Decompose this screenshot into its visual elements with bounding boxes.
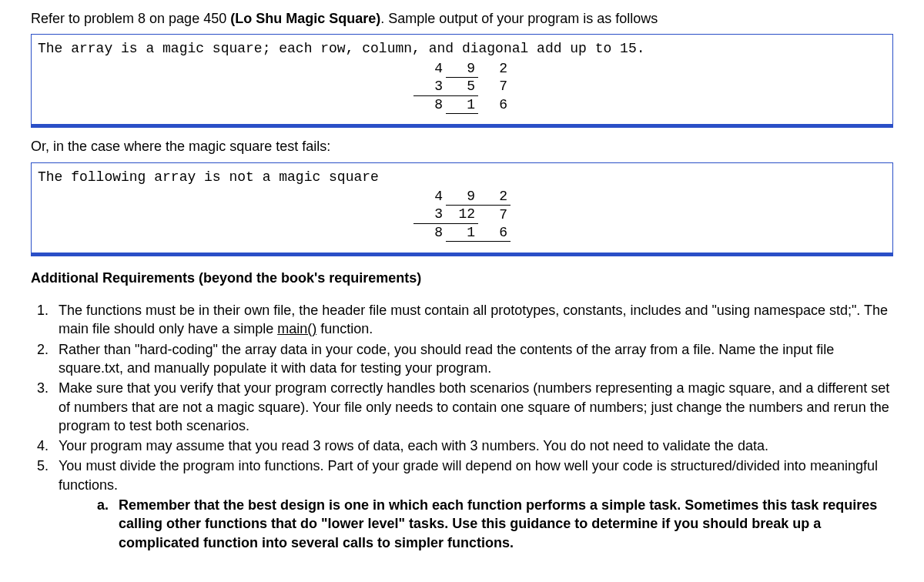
grid-cell: 7 — [478, 78, 511, 96]
intro-paragraph: Refer to problem 8 on page 450 (Lo Shu M… — [31, 9, 893, 28]
sample-1-message: The array is a magic square; each row, c… — [38, 39, 886, 58]
grid-cell: 2 — [478, 60, 511, 78]
sample-2-grid-wrap: 4 9 2 3 12 7 8 1 6 — [38, 188, 886, 248]
requirement-3: Make sure that you verify that your prog… — [52, 379, 893, 435]
grid-cell: 2 — [478, 188, 511, 206]
sample-output-2-box: The following array is not a magic squar… — [31, 162, 893, 256]
requirement-5: You must divide the program into functio… — [52, 457, 893, 551]
case2-text: Or, in the case where the magic square t… — [31, 137, 893, 156]
intro-prefix: Refer to problem 8 on page 450 — [31, 11, 230, 26]
grid-cell: 3 — [413, 78, 446, 96]
requirement-5a: Remember that the best design is one in … — [112, 496, 893, 552]
requirement-1b: function. — [316, 321, 373, 336]
requirement-5-sublist: Remember that the best design is one in … — [112, 496, 893, 552]
additional-requirements-heading: Additional Requirements (beyond the book… — [31, 269, 893, 287]
requirement-5-text: You must divide the program into functio… — [59, 458, 878, 492]
grid-cell: 12 — [446, 206, 478, 224]
sample-1-grid: 4 9 2 3 5 7 8 1 6 — [413, 60, 511, 115]
grid-cell: 9 — [446, 60, 478, 78]
grid-cell: 5 — [446, 78, 478, 96]
sample-2-message: The following array is not a magic squar… — [38, 168, 886, 186]
grid-cell: 6 — [478, 223, 511, 242]
requirement-2: Rather than "hard-coding" the array data… — [52, 340, 893, 378]
intro-suffix: . Sample output of your program is as fo… — [380, 11, 658, 26]
requirement-4: Your program may assume that you read 3 … — [52, 436, 893, 455]
grid-cell: 1 — [446, 95, 478, 114]
grid-cell: 4 — [413, 60, 446, 78]
sample-2-grid: 4 9 2 3 12 7 8 1 6 — [413, 188, 511, 242]
grid-cell: 1 — [446, 223, 478, 242]
grid-cell: 6 — [478, 95, 511, 114]
requirements-list: The functions must be in their own file,… — [52, 301, 893, 552]
sample-output-1-box: The array is a magic square; each row, c… — [31, 34, 893, 128]
requirement-1a: The functions must be in their own file,… — [59, 303, 888, 336]
grid-cell: 3 — [413, 206, 446, 224]
sample-1-grid-wrap: 4 9 2 3 5 7 8 1 6 — [38, 60, 886, 120]
grid-cell: 4 — [413, 188, 446, 206]
grid-cell: 8 — [413, 223, 446, 242]
grid-cell: 7 — [478, 206, 511, 224]
grid-cell: 9 — [446, 188, 478, 206]
requirement-1: The functions must be in their own file,… — [52, 301, 893, 339]
grid-cell: 8 — [413, 95, 446, 114]
requirement-1-main: main() — [277, 321, 316, 336]
intro-bold: (Lo Shu Magic Square) — [230, 11, 380, 26]
